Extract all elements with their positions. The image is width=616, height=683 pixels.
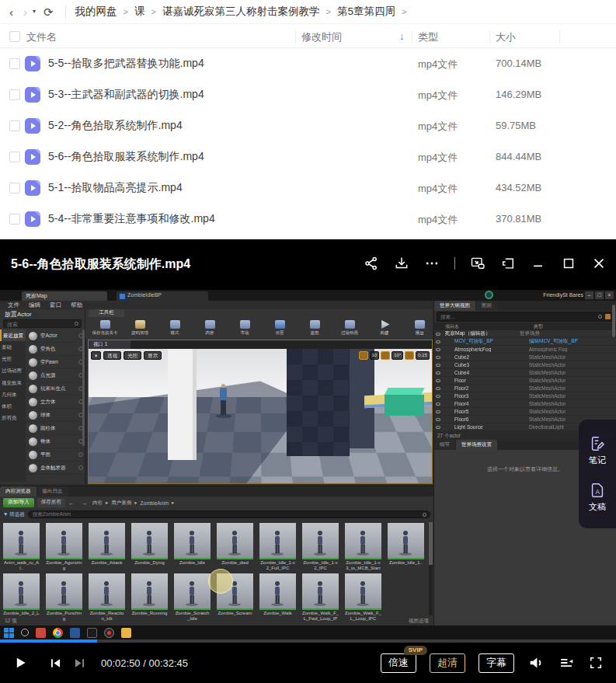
transform-chip [405,351,414,360]
place-actors-search: 搜索 [3,319,82,328]
column-filename[interactable]: 文件名 [26,30,57,44]
asset-thumbnail [3,573,40,610]
file-type: mp4文件 [418,57,458,71]
outliner-col-name: 项目名 [445,323,459,330]
ue-toolbar-button: 内容 [193,318,226,339]
taskbar-app-icon [87,628,97,638]
column-modified[interactable]: 修改时间 [301,30,342,44]
place-actor-category: 几何体 [0,389,26,400]
breadcrumb-item[interactable]: 课 [134,5,145,19]
select-all-checkbox[interactable] [9,31,20,42]
close-icon[interactable] [591,256,607,271]
file-name[interactable]: 5-6--角色拾取服装系统制作.mp4 [48,150,204,164]
subtitle-button[interactable]: 字幕 [479,653,514,673]
play-icon[interactable] [12,655,28,671]
volume-icon[interactable] [527,654,545,671]
file-name[interactable]: 5-1--拾取物品高亮提示.mp4 [48,181,183,195]
file-name[interactable]: 5-3--主武器和副武器的切换.mp4 [48,88,204,102]
maximize-icon[interactable] [561,256,576,271]
breadcrumb-item[interactable]: 我的网盘 [75,5,117,19]
controls-right: 倍速 SVIP 超清 字幕 [381,653,604,673]
row-checkbox[interactable] [9,89,20,100]
place-actor-category: 视觉效果 [0,377,26,389]
refresh-icon[interactable]: ⟳ [44,6,54,18]
taskbar-app-icon [21,629,29,636]
asset-thumbnail [302,523,339,559]
file-list: 5-5--拾取多把武器替换功能.mp4 mp4文件 700.14MB 5-3--… [0,48,616,235]
breadcrumb-item[interactable]: 谌嘉诚死寂第三人称射击案例教学 [162,5,320,19]
asset-thumbnail [131,573,168,610]
previous-icon[interactable] [48,656,63,671]
row-checkbox[interactable] [9,152,20,162]
file-name[interactable]: 5-5--拾取多把武器替换功能.mp4 [48,57,204,71]
animation-asset: Zombie_Idle_1.. [388,523,424,571]
blueprint-icon [120,294,125,299]
share-icon[interactable] [364,256,379,271]
outliner-row: Floor3 StaticMeshActor [434,392,616,400]
breadcrumb-item[interactable]: 第5章第四周 [337,5,395,19]
speed-button-wrap: 倍速 SVIP [381,653,416,673]
video-frame[interactable]: 死寂Map ZombieIdleBP FriendlySt Bares – □ … [0,290,616,639]
table-row[interactable]: 5-6--角色拾取服装系统制作.mp4 mp4文件 844.44MB [0,141,616,172]
playlist-icon[interactable] [558,654,575,671]
table-row[interactable]: 5-5--拾取多把武器替换功能.mp4 mp4文件 700.14MB [0,48,616,79]
note-pencil-icon [589,435,606,452]
ue-toolbar-buttons: 保存当前关卡 源码管理 模式 [89,318,436,339]
asset-thumbnail [259,523,296,559]
next-icon[interactable] [72,656,87,671]
time-display: 00:02:50 / 00:32:45 [101,657,188,669]
actor-shape-icon [29,437,37,446]
asset-thumbnail [174,523,211,559]
fullscreen-icon[interactable] [588,655,604,671]
table-row[interactable]: 5-3--主武器和副武器的切换.mp4 mp4文件 146.29MB [0,79,616,110]
animation-asset: Zombie_Idle_2_L [3,573,40,622]
ue-toolbar-button: 市场 [228,318,261,339]
actor-shape-icon [29,398,37,406]
table-row[interactable]: 5-2--角色拾取系统制作.mp4 mp4文件 59.75MB [0,110,616,141]
animation-asset: Zombie_Punching [46,573,82,622]
asset-thumbnail [388,523,424,559]
video-file-icon [25,56,40,71]
actor-shape-icon [29,411,37,420]
ue-window-bar: 死寂Map ZombieIdleBP FriendlySt Bares – □ … [0,290,616,301]
download-icon[interactable] [394,256,409,271]
search-icon [75,322,78,326]
file-size: 59.75MB [496,120,536,131]
animation-asset: Zombie_Reaction_Hit [89,573,125,622]
column-size[interactable]: 大小 [496,30,516,44]
place-actor-category: 所有类 [0,412,26,423]
row-checkbox[interactable] [9,120,20,131]
place-actor-categories: 最近放置基础光照过场动画视觉效果几何体体积所有类 [0,329,26,482]
player-title: 5-6--角色拾取服装系统制作.mp4 [11,256,190,273]
content-path: 内容▸用户案例▸ZombieAnim▸ [92,500,174,507]
row-checkbox[interactable] [9,58,20,69]
speed-button[interactable]: 倍速 [381,653,416,673]
more-icon[interactable] [424,256,440,271]
transcript-button[interactable]: A 文稿 [589,482,606,513]
tool-icon [345,320,355,329]
breadcrumb-separator: > [124,7,128,16]
sort-desc-icon[interactable]: ↓ [399,30,405,42]
column-type[interactable]: 类型 [418,30,438,44]
visibility-eye-icon [436,371,440,375]
quality-button[interactable]: 超清 [430,653,465,673]
minimize-icon[interactable] [531,256,546,271]
visibility-eye-icon [436,340,440,343]
row-checkbox[interactable] [9,214,20,225]
file-name[interactable]: 5-4--非常重要注意事项和修改.mp4 [48,212,215,226]
history-dropdown-icon[interactable]: ▾ [33,9,36,15]
notes-button[interactable]: 笔记 [589,435,606,466]
ue-menu-item: 文件 [8,301,19,309]
row-checkbox[interactable] [9,183,20,193]
forward-icon[interactable]: › [23,6,27,18]
breadcrumb-separator: > [151,7,156,16]
svip-badge: SVIP [404,646,427,655]
table-row[interactable]: 5-4--非常重要注意事项和修改.mp4 mp4文件 370.81MB [0,204,616,235]
picture-in-picture-icon[interactable] [470,256,485,271]
file-name[interactable]: 5-2--角色拾取系统制作.mp4 [48,119,183,133]
float-window-icon[interactable] [500,256,516,271]
viewport-options: ▾透视光照显示 [91,351,162,360]
asset-thumbnail [3,523,40,559]
table-row[interactable]: 5-1--拾取物品高亮提示.mp4 mp4文件 434.52MB [0,172,616,204]
back-icon[interactable]: ‹ [9,6,13,18]
